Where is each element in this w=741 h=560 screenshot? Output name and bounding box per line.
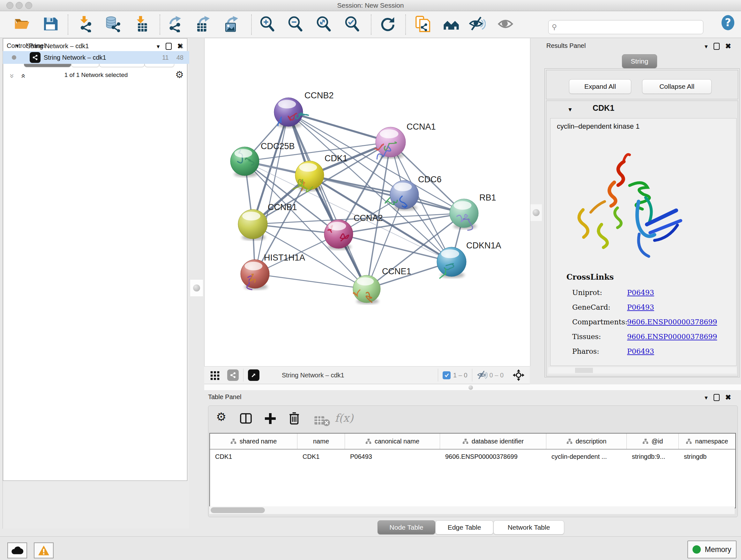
results-panel-title: Results Panel bbox=[546, 42, 586, 50]
delete-table-icon[interactable] bbox=[314, 415, 330, 427]
protein-structure-image bbox=[563, 144, 691, 265]
svg-text:CDKN1A: CDKN1A bbox=[466, 241, 501, 250]
hide-selected-icon[interactable] bbox=[469, 16, 486, 32]
results-panel-window-controls: ▾ ✖ bbox=[704, 43, 731, 50]
results-button-bar: Expand All Collapse All bbox=[546, 70, 738, 99]
selected-count: 1 – 0 bbox=[453, 372, 467, 379]
function-builder-icon[interactable]: f(x) bbox=[335, 412, 353, 424]
collection-expand-icon[interactable]: ▼ bbox=[15, 44, 19, 49]
entry-card: cyclin–dependent kinase 1 bbox=[550, 118, 737, 366]
crosslink-row: Uniprot: P06493 bbox=[572, 285, 732, 300]
column-tree-icon bbox=[365, 438, 372, 444]
zoom-fit-icon[interactable] bbox=[315, 16, 332, 32]
crosslink-label: Compartments: bbox=[572, 318, 627, 326]
crosslink-label: Uniprot: bbox=[572, 289, 627, 297]
hidden-nodes-eye-icon[interactable] bbox=[477, 370, 488, 381]
crosslink-link[interactable]: 9606.ENSP00000378699 bbox=[627, 333, 717, 341]
tab-network-table[interactable]: Network Table bbox=[493, 520, 564, 535]
right-splitter-handle[interactable] bbox=[530, 204, 542, 221]
cloud-status-button[interactable] bbox=[7, 543, 27, 558]
home-icon[interactable] bbox=[443, 16, 460, 32]
delete-column-icon[interactable] bbox=[287, 411, 301, 426]
network-tree: ▼ String Network – cdk1 1 String Network… bbox=[3, 38, 187, 481]
toolbar-search: ⚲ bbox=[548, 20, 703, 34]
export-network-icon[interactable] bbox=[166, 16, 183, 32]
column-header[interactable]: @id bbox=[627, 434, 679, 449]
zoom-in-icon[interactable] bbox=[259, 16, 275, 32]
network-canvas[interactable]: CCNB2CCNA1CDC25BCDK1CDC6RB1CCNB1CCNA2CDK… bbox=[204, 38, 530, 366]
left-splitter-handle[interactable] bbox=[190, 280, 203, 296]
panel-float-icon[interactable] bbox=[714, 394, 720, 401]
cloud-icon bbox=[11, 546, 23, 555]
network-options-gear-icon[interactable]: ⚙ bbox=[175, 69, 184, 80]
crosslink-link[interactable]: P06493 bbox=[627, 303, 654, 311]
hidden-count: 0 – 0 bbox=[489, 372, 503, 379]
open-session-icon[interactable] bbox=[13, 16, 30, 32]
import-network-file-icon[interactable] bbox=[77, 16, 93, 32]
import-network-database-icon[interactable] bbox=[105, 16, 122, 32]
svg-text:CCNA2: CCNA2 bbox=[354, 213, 383, 223]
tab-edge-table[interactable]: Edge Table bbox=[435, 520, 493, 535]
column-header[interactable]: shared name bbox=[210, 434, 297, 449]
refresh-view-icon[interactable] bbox=[379, 16, 396, 32]
add-column-icon[interactable] bbox=[263, 412, 277, 426]
panel-float-icon[interactable] bbox=[714, 43, 720, 50]
crosslink-link[interactable]: 9606.ENSP00000378699 bbox=[627, 318, 717, 326]
panel-close-icon[interactable]: ✖ bbox=[725, 43, 731, 50]
network-collection-row[interactable]: ▼ String Network – cdk1 1 bbox=[3, 40, 189, 52]
birds-eye-view-icon[interactable] bbox=[248, 369, 259, 381]
warning-status-button[interactable] bbox=[34, 543, 54, 558]
help-icon[interactable]: ? bbox=[720, 14, 736, 31]
entry-collapse-icon[interactable]: ▼ bbox=[567, 107, 573, 113]
zoom-out-icon[interactable] bbox=[287, 16, 304, 32]
table-horizontal-scrollbar[interactable] bbox=[209, 506, 735, 514]
collapse-all-button[interactable]: Collapse All bbox=[642, 79, 712, 94]
window-titlebar: Session: New Session bbox=[0, 0, 741, 11]
export-image-icon[interactable] bbox=[223, 16, 240, 32]
table-row[interactable]: CDK1 CDK1 P06493 9606.ENSP00000378699 cy… bbox=[210, 449, 735, 463]
network-status-dot bbox=[12, 55, 16, 60]
table-settings-gear-icon[interactable]: ⚙ bbox=[216, 410, 226, 424]
panel-close-icon[interactable]: ✖ bbox=[725, 394, 731, 401]
copy-style-icon[interactable] bbox=[414, 16, 431, 32]
horizontal-splitter[interactable] bbox=[204, 384, 741, 390]
column-tree-icon bbox=[643, 438, 649, 444]
entry-description: cyclin–dependent kinase 1 bbox=[557, 122, 639, 131]
pan-crosshair-icon[interactable] bbox=[513, 369, 525, 381]
toolbar-separator bbox=[472, 369, 472, 381]
results-scrollbar[interactable] bbox=[548, 367, 737, 374]
crosslink-link[interactable]: P06493 bbox=[627, 289, 654, 297]
show-all-icon[interactable] bbox=[497, 16, 514, 32]
scrollbar-thumb[interactable] bbox=[211, 507, 265, 513]
grid-view-icon[interactable] bbox=[210, 370, 220, 380]
column-header[interactable]: name bbox=[297, 434, 345, 449]
export-table-icon[interactable] bbox=[195, 16, 212, 32]
tab-string[interactable]: String bbox=[622, 54, 657, 68]
expand-all-button[interactable]: Expand All bbox=[569, 79, 631, 94]
memory-button[interactable]: Memory bbox=[687, 541, 737, 558]
crosslink-link[interactable]: P06493 bbox=[627, 348, 654, 355]
svg-text:CCNB1: CCNB1 bbox=[268, 202, 297, 212]
results-panel: Results Panel ▾ ✖ String Expand All Coll… bbox=[542, 38, 741, 377]
svg-text:CDC25B: CDC25B bbox=[261, 141, 295, 151]
network-share-icon[interactable] bbox=[227, 369, 239, 381]
search-input[interactable] bbox=[559, 23, 703, 31]
show-columns-icon[interactable] bbox=[239, 412, 253, 426]
network-row-label: String Network – cdk1 bbox=[44, 54, 106, 61]
panel-menu-icon[interactable]: ▾ bbox=[704, 44, 708, 50]
import-table-file-icon[interactable] bbox=[133, 16, 150, 32]
node-table: shared name name canonical name database… bbox=[209, 433, 736, 508]
column-header[interactable]: namespace bbox=[679, 434, 735, 449]
zoom-selected-icon[interactable] bbox=[344, 16, 360, 32]
selected-nodes-checkbox[interactable] bbox=[443, 371, 451, 379]
toolbar-separator bbox=[68, 14, 68, 35]
tab-node-table[interactable]: Node Table bbox=[378, 520, 435, 535]
column-header[interactable]: database identifier bbox=[440, 434, 546, 449]
network-type-icon bbox=[30, 52, 41, 63]
column-header[interactable]: canonical name bbox=[345, 434, 440, 449]
network-row-selected[interactable]: String Network – cdk1 11 48 bbox=[3, 51, 189, 64]
save-session-icon[interactable] bbox=[42, 16, 59, 32]
result-entry-section: ▼ CDK1 cyclin–dependent kinase 1 bbox=[546, 101, 738, 376]
panel-menu-icon[interactable]: ▾ bbox=[704, 395, 708, 401]
column-header[interactable]: description bbox=[546, 434, 627, 449]
